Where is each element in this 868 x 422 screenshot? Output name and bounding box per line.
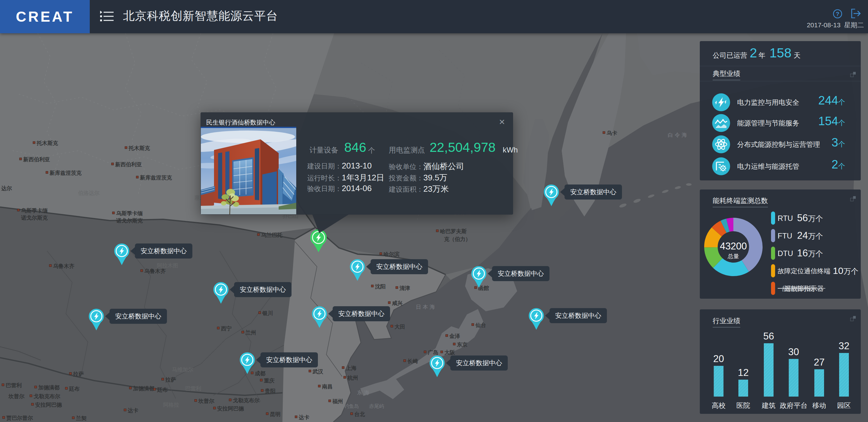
svg-text:赤尾屿: 赤尾屿 [369, 403, 384, 409]
svg-text:安拉阿巴德: 安拉阿巴德 [217, 406, 244, 412]
svg-text:27: 27 [814, 357, 825, 368]
svg-text:贵阳: 贵阳 [265, 388, 276, 394]
svg-text:东海: 东海 [357, 390, 371, 396]
svg-text:沈阳: 沈阳 [375, 284, 386, 290]
svg-text:安立桥数据中心: 安立桥数据中心 [498, 270, 544, 277]
svg-text:56万个: 56万个 [797, 213, 823, 223]
svg-text:南昌: 南昌 [322, 384, 333, 390]
svg-text:安立桥数据中心: 安立桥数据中心 [555, 312, 601, 319]
svg-text:武汉: 武汉 [312, 369, 323, 375]
svg-text:大田: 大田 [395, 324, 405, 330]
svg-text:西宁: 西宁 [221, 325, 231, 332]
svg-text:乌斯季卡缅: 乌斯季卡缅 [116, 210, 143, 217]
svg-text:故障定位通信终端: 故障定位通信终端 [778, 267, 830, 274]
svg-text:咸兴: 咸兴 [392, 300, 403, 306]
svg-text:12: 12 [738, 367, 748, 378]
svg-text:巴雷利: 巴雷利 [185, 386, 201, 392]
svg-text:清津: 清津 [399, 285, 410, 291]
svg-text:DTU: DTU [778, 249, 793, 258]
svg-text:托木斯克: 托木斯克 [128, 145, 150, 151]
svg-text:10万个: 10万个 [833, 265, 858, 276]
svg-text:长崎: 长崎 [407, 358, 418, 364]
svg-text:克（伯力）: 克（伯力） [444, 236, 471, 242]
svg-text:新西伯利亚: 新西伯利亚 [115, 161, 142, 167]
svg-text:东京: 东京 [457, 342, 468, 348]
svg-text:阿格拉: 阿格拉 [163, 402, 179, 408]
svg-text:达尔: 达尔 [1, 186, 12, 191]
svg-text:建筑: 建筑 [762, 401, 776, 410]
svg-text:兰州: 兰州 [245, 330, 256, 336]
svg-text:拉萨: 拉萨 [73, 371, 84, 377]
svg-text:哈尔滨: 哈尔滨 [383, 251, 400, 257]
svg-text:戈勒克布尔: 戈勒克布尔 [232, 397, 260, 403]
svg-text:戈勒克布尔: 戈勒克布尔 [33, 393, 61, 399]
svg-text:安拉阿巴德: 安拉阿巴德 [35, 402, 62, 408]
svg-text:24万个: 24万个 [797, 230, 823, 241]
svg-text:诺戈尔斯克: 诺戈尔斯克 [21, 215, 48, 221]
svg-text:安立桥数据中心: 安立桥数据中心 [141, 247, 187, 255]
svg-text:乌兰巴托: 乌兰巴托 [261, 232, 283, 238]
svg-text:安立桥数据中心: 安立桥数据中心 [240, 286, 286, 293]
svg-text:高校: 高校 [712, 401, 725, 410]
svg-text:金泽: 金泽 [449, 333, 460, 339]
svg-text:安立桥数据中心: 安立桥数据中心 [456, 359, 502, 366]
svg-text:乌鲁木齐: 乌鲁木齐 [144, 268, 166, 274]
svg-text:30: 30 [788, 346, 799, 357]
svg-text:哈巴罗夫斯: 哈巴罗夫斯 [440, 228, 467, 234]
svg-text:钓鱼岛: 钓鱼岛 [344, 403, 359, 409]
svg-text:乌鲁木齐: 乌鲁木齐 [53, 263, 75, 269]
svg-text:仙台: 仙台 [475, 322, 486, 328]
svg-text:56: 56 [763, 331, 774, 342]
svg-text:安立桥数据中心: 安立桥数据中心 [338, 310, 384, 317]
svg-text:园区: 园区 [837, 401, 851, 410]
svg-text:FTU: FTU [778, 232, 793, 240]
svg-text:坎普尔: 坎普尔 [8, 393, 25, 399]
svg-text:日本海: 日本海 [416, 304, 436, 310]
svg-text:达卡: 达卡 [299, 415, 309, 420]
svg-text:乌斯季卡缅: 乌斯季卡缅 [21, 208, 48, 214]
svg-text:新西伯利亚: 新西伯利亚 [23, 156, 50, 163]
svg-text:加德满都: 加德满都 [38, 385, 60, 391]
svg-text:伯洛达尔: 伯洛达尔 [78, 190, 100, 196]
svg-text:广岛: 广岛 [427, 350, 438, 356]
svg-text:昆明: 昆明 [270, 411, 281, 417]
svg-text:安立桥数据中心: 安立桥数据中心 [115, 313, 161, 320]
svg-text:巴雷利: 巴雷利 [6, 383, 22, 388]
svg-text:政府平台: 政府平台 [780, 401, 807, 410]
svg-text:拉萨: 拉萨 [165, 377, 176, 383]
svg-text:廷布: 廷布 [157, 387, 168, 393]
svg-text:新库兹涅茨克: 新库兹涅茨克 [49, 170, 82, 176]
svg-text:阿拉木图: 阿拉木图 [157, 263, 178, 268]
svg-text:?: ? [836, 11, 839, 17]
svg-text:银川: 银川 [262, 310, 273, 316]
svg-text:诺戈尔斯克: 诺戈尔斯克 [116, 218, 143, 224]
svg-text:20: 20 [713, 353, 724, 364]
svg-text:廷布: 廷布 [69, 386, 80, 392]
svg-text:32: 32 [838, 340, 849, 351]
svg-text:安立桥数据中心: 安立桥数据中心 [570, 188, 616, 195]
svg-text:安立桥数据中心: 安立桥数据中心 [376, 263, 423, 270]
svg-text:贾巴尔普尔: 贾巴尔普尔 [6, 415, 33, 421]
svg-text:安立桥数据中心: 安立桥数据中心 [266, 356, 312, 363]
svg-text:白令海: 白令海 [668, 132, 688, 138]
svg-text:福州: 福州 [332, 398, 343, 404]
svg-text:总量: 总量 [727, 253, 739, 259]
svg-text:医院: 医院 [737, 401, 750, 410]
svg-text:台北: 台北 [354, 411, 365, 417]
svg-text:移动: 移动 [812, 401, 826, 410]
svg-text:16万个: 16万个 [797, 248, 823, 259]
svg-text:乌卡: 乌卡 [606, 130, 617, 136]
svg-text:大阪: 大阪 [444, 350, 455, 356]
svg-text:坎普尔: 坎普尔 [198, 398, 215, 404]
svg-text:加德满都: 加德满都 [133, 386, 154, 392]
svg-text:函館: 函館 [478, 285, 489, 291]
svg-text:新库兹涅茨克: 新库兹涅茨克 [140, 174, 172, 181]
svg-text:成都: 成都 [254, 370, 266, 377]
svg-text:上海: 上海 [345, 365, 356, 371]
svg-text:43200: 43200 [720, 241, 747, 252]
svg-text:托木斯克: 托木斯克 [36, 140, 58, 146]
svg-text:达卡: 达卡 [127, 408, 138, 414]
svg-text:兰契: 兰契 [75, 415, 87, 421]
svg-text:重庆: 重庆 [264, 378, 275, 384]
svg-text:马维加尔: 马维加尔 [172, 367, 194, 373]
